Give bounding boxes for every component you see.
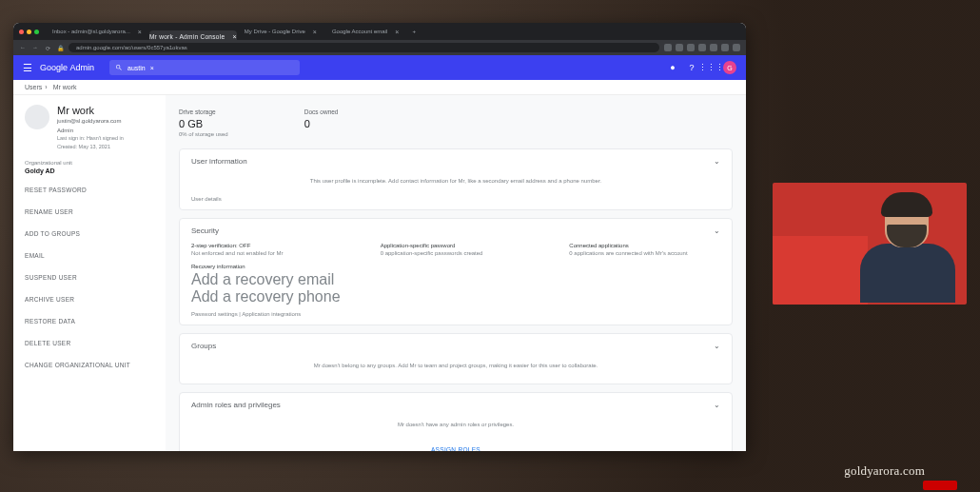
reset-password-button[interactable]: RESET PASSWORD bbox=[25, 184, 154, 196]
suspend-user-button[interactable]: SUSPEND USER bbox=[25, 271, 154, 284]
docs-owned-stat: Docs owned 0 bbox=[304, 108, 339, 137]
main-panel: Drive storage 0 GB 0% of storage used Do… bbox=[166, 95, 746, 451]
org-unit-value: Goldy AD bbox=[25, 167, 154, 174]
maximize-window-icon[interactable] bbox=[34, 30, 39, 34]
two-step-verification: 2-step verification: OFFNot enforced and… bbox=[191, 243, 343, 256]
chevron-down-icon[interactable]: ⌄ bbox=[714, 401, 720, 409]
search-icon bbox=[115, 64, 123, 71]
browser-window: Inbox - admin@sl.goldyarora...× Mr work … bbox=[13, 23, 746, 451]
close-window-icon[interactable] bbox=[19, 30, 24, 34]
notifications-icon[interactable]: ● bbox=[666, 61, 679, 74]
user-details-link[interactable]: User details bbox=[191, 196, 720, 202]
forward-icon[interactable]: → bbox=[31, 45, 39, 50]
breadcrumb-current: Mr work bbox=[53, 84, 77, 90]
tab-bar: Inbox - admin@sl.goldyarora...× Mr work … bbox=[13, 23, 746, 40]
restore-data-button[interactable]: RESTORE DATA bbox=[25, 315, 154, 327]
app-specific-password: Application-specific password0 applicati… bbox=[381, 243, 532, 256]
extension-icon[interactable] bbox=[710, 44, 717, 51]
url-bar: ← → ⟳ 🔒 admin.google.com/ac/users/0c557y… bbox=[13, 40, 746, 55]
minimize-window-icon[interactable] bbox=[27, 30, 31, 34]
clear-search-icon[interactable]: × bbox=[150, 65, 154, 71]
user-lastsignin: Last sign in: Hasn't signed in bbox=[57, 135, 124, 142]
watermark: goldyarora.com bbox=[844, 463, 925, 479]
address-input[interactable]: admin.google.com/ac/users/0c557ya1okvas bbox=[69, 43, 659, 52]
content: Mr work justin@sl.goldyarora.com Admin L… bbox=[13, 95, 746, 451]
stats-row: Drive storage 0 GB 0% of storage used Do… bbox=[179, 105, 733, 148]
close-tab-icon[interactable]: × bbox=[313, 29, 317, 35]
extension-icon[interactable] bbox=[687, 44, 695, 51]
search-input[interactable]: austin × bbox=[109, 60, 300, 75]
add-recovery-email-link[interactable]: Add a recovery email bbox=[191, 271, 720, 288]
chevron-down-icon[interactable]: ⌄ bbox=[714, 157, 720, 166]
traffic-lights bbox=[19, 30, 39, 34]
user-email: justin@sl.goldyarora.com bbox=[57, 118, 124, 124]
connected-applications: Connected applications0 applications are… bbox=[569, 243, 720, 256]
account-avatar[interactable]: G bbox=[723, 61, 736, 74]
user-information-card[interactable]: User information⌄ This user profile is i… bbox=[179, 148, 733, 210]
subscribe-button[interactable] bbox=[923, 481, 957, 490]
user-name: Mr work bbox=[57, 105, 124, 116]
tab-admin-console[interactable]: Mr work - Admin Console× bbox=[149, 30, 237, 43]
security-card[interactable]: Security⌄ 2-step verification: OFFNot en… bbox=[179, 218, 733, 325]
drive-storage-stat: Drive storage 0 GB 0% of storage used bbox=[179, 108, 228, 137]
user-role: Admin bbox=[57, 128, 124, 133]
rename-user-button[interactable]: RENAME USER bbox=[25, 206, 154, 218]
user-avatar bbox=[25, 105, 49, 129]
chevron-down-icon[interactable]: ⌄ bbox=[714, 226, 720, 235]
tab-account[interactable]: Google Account email× bbox=[324, 27, 406, 37]
help-icon[interactable]: ? bbox=[685, 61, 698, 74]
webcam-overlay bbox=[773, 183, 967, 305]
back-icon[interactable]: ← bbox=[19, 45, 27, 50]
add-recovery-phone-link[interactable]: Add a recovery phone bbox=[191, 288, 720, 305]
archive-user-button[interactable]: ARCHIVE USER bbox=[25, 293, 154, 305]
breadcrumb-root[interactable]: Users bbox=[25, 84, 42, 90]
extension-icon[interactable] bbox=[664, 44, 672, 51]
tab-drive[interactable]: My Drive - Google Drive× bbox=[237, 27, 324, 37]
sidebar: Mr work justin@sl.goldyarora.com Admin L… bbox=[13, 95, 166, 451]
close-tab-icon[interactable]: × bbox=[138, 29, 142, 35]
assign-roles-button[interactable]: ASSIGN ROLES bbox=[191, 440, 720, 451]
lock-icon: 🔒 bbox=[56, 45, 64, 51]
extension-icon[interactable] bbox=[698, 44, 706, 51]
app-header: ☰ Google Admin austin × ● ? ⋮⋮⋮ G bbox=[13, 55, 746, 80]
apps-grid-icon[interactable]: ⋮⋮⋮ bbox=[704, 61, 717, 74]
extension-icon[interactable] bbox=[676, 44, 683, 51]
org-unit-label: Organizational unit bbox=[25, 160, 154, 166]
extensions bbox=[664, 44, 740, 51]
new-tab-button[interactable]: + bbox=[406, 29, 421, 34]
product-logo: Google Admin bbox=[40, 63, 94, 72]
close-tab-icon[interactable]: × bbox=[395, 29, 399, 35]
delete-user-button[interactable]: DELETE USER bbox=[25, 337, 154, 349]
admin-roles-card[interactable]: Admin roles and privileges⌄ Mr doesn't h… bbox=[179, 392, 733, 451]
chevron-down-icon[interactable]: ⌄ bbox=[714, 342, 720, 350]
extension-icon[interactable] bbox=[721, 44, 729, 51]
email-button[interactable]: EMAIL bbox=[25, 249, 154, 262]
hamburger-icon[interactable]: ☰ bbox=[23, 62, 32, 74]
breadcrumb: Users›Mr work bbox=[13, 80, 746, 95]
extension-icon[interactable] bbox=[733, 44, 740, 51]
groups-card[interactable]: Groups⌄ Mr doesn't belong to any groups.… bbox=[179, 333, 733, 384]
tab-inbox[interactable]: Inbox - admin@sl.goldyarora...× bbox=[45, 27, 149, 37]
user-created: Created: May 13, 2021 bbox=[57, 144, 124, 150]
reload-icon[interactable]: ⟳ bbox=[44, 45, 51, 51]
change-org-unit-button[interactable]: CHANGE ORGANIZATIONAL UNIT bbox=[25, 359, 154, 371]
add-to-groups-button[interactable]: ADD TO GROUPS bbox=[25, 227, 154, 240]
password-settings-link[interactable]: Password settings | Application integrat… bbox=[191, 311, 720, 317]
